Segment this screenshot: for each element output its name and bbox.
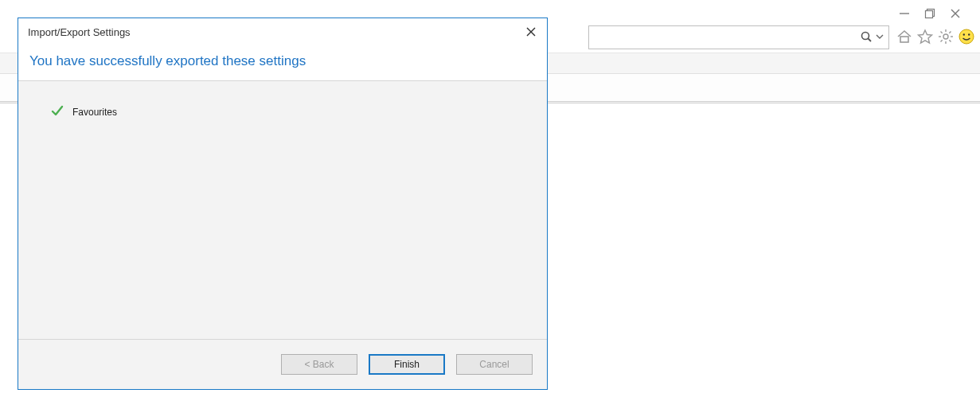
browser-toolbar-right — [588, 25, 975, 49]
gear-icon[interactable] — [937, 28, 955, 48]
export-item-label: Favourites — [72, 107, 117, 118]
maximize-button[interactable] — [924, 8, 935, 19]
cancel-button: Cancel — [456, 354, 533, 375]
dialog-titlebar: Import/Export Settings — [18, 18, 547, 45]
dialog-title: Import/Export Settings — [28, 26, 131, 38]
window-controls — [891, 0, 980, 29]
svg-point-5 — [862, 32, 869, 39]
svg-marker-8 — [919, 30, 932, 43]
svg-rect-2 — [926, 11, 933, 18]
svg-line-14 — [941, 31, 943, 33]
home-icon[interactable] — [896, 28, 913, 48]
star-icon[interactable] — [916, 28, 934, 48]
dialog-heading: You have successfully exported these set… — [18, 45, 547, 81]
svg-line-6 — [869, 38, 872, 41]
svg-rect-7 — [900, 37, 908, 42]
close-icon[interactable] — [523, 24, 539, 40]
svg-point-20 — [968, 33, 970, 35]
close-window-button[interactable] — [950, 8, 961, 19]
svg-line-16 — [949, 31, 951, 33]
svg-point-9 — [943, 34, 948, 39]
back-button: < Back — [281, 354, 357, 375]
minimize-button[interactable] — [899, 8, 910, 19]
svg-line-15 — [949, 40, 951, 41]
search-icon[interactable] — [860, 30, 873, 45]
dialog-footer: < Back Finish Cancel — [18, 339, 547, 389]
export-item: Favourites — [50, 103, 515, 120]
smiley-icon[interactable] — [958, 28, 975, 48]
import-export-dialog: Import/Export Settings You have successf… — [18, 18, 548, 390]
finish-button[interactable]: Finish — [369, 354, 445, 375]
svg-point-18 — [959, 29, 974, 44]
search-box[interactable] — [588, 25, 889, 49]
dialog-body: Favourites — [18, 81, 547, 339]
svg-line-17 — [941, 40, 943, 41]
svg-point-19 — [963, 33, 965, 35]
check-icon — [50, 103, 64, 120]
chevron-down-icon[interactable] — [876, 32, 884, 43]
